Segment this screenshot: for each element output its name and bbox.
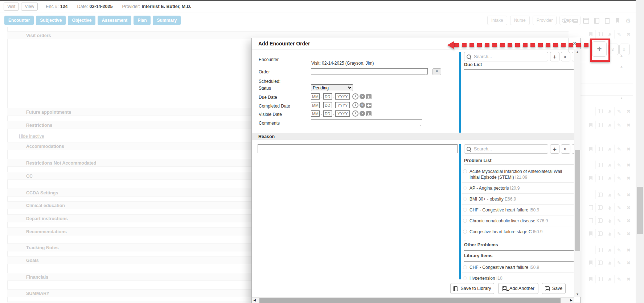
action-icon-button[interactable] bbox=[605, 107, 614, 116]
action-icon-button[interactable] bbox=[586, 229, 595, 238]
action-icon-button[interactable] bbox=[586, 216, 595, 225]
action-icon-button[interactable]: ✎ bbox=[614, 275, 624, 283]
action-icon-button[interactable]: ✖ bbox=[624, 229, 633, 238]
page-scrollbar[interactable] bbox=[636, 0, 644, 303]
due-list-add-button[interactable]: + bbox=[550, 52, 559, 61]
due-date-yyyy-input[interactable] bbox=[335, 93, 350, 100]
action-icon-button[interactable] bbox=[595, 190, 605, 199]
action-icon-button[interactable] bbox=[595, 145, 605, 153]
toolbar-icon-button[interactable] bbox=[562, 17, 568, 24]
list-item[interactable]: Chronic nonalcoholic liver disease K76.9 bbox=[462, 215, 574, 226]
radio-button[interactable] bbox=[463, 208, 467, 212]
action-icon-button[interactable] bbox=[595, 229, 605, 238]
problem-add-button[interactable]: + bbox=[550, 144, 559, 154]
action-icon-button[interactable] bbox=[595, 174, 605, 182]
hide-inactive-link[interactable]: Hide Inactive bbox=[19, 134, 44, 139]
order-resize-handle[interactable] bbox=[425, 72, 428, 74]
action-icon-button[interactable] bbox=[595, 121, 605, 129]
action-icon-button[interactable]: ✖ bbox=[624, 121, 633, 129]
modal-hscroll-thumb[interactable] bbox=[259, 298, 561, 303]
toolbar-icon-button[interactable] bbox=[604, 17, 610, 24]
due-list-expand-button[interactable]: » bbox=[561, 52, 570, 61]
clock-icon[interactable] bbox=[352, 93, 358, 100]
action-icon-button[interactable] bbox=[605, 229, 614, 238]
radio-button[interactable] bbox=[463, 230, 467, 234]
due-date-dd-input[interactable] bbox=[323, 93, 332, 100]
calendar-icon[interactable] bbox=[366, 103, 372, 108]
nav-pill-assessment[interactable]: Assessment bbox=[98, 16, 131, 25]
list-item-clipped[interactable]: Coronary Atherosclerosis of Native Cor bbox=[462, 237, 574, 241]
save-button[interactable]: Save bbox=[542, 283, 566, 294]
action-icon-button[interactable]: ✎ bbox=[614, 229, 624, 238]
action-icon-button[interactable] bbox=[605, 145, 614, 153]
action-icon-button[interactable]: ✖ bbox=[624, 190, 633, 199]
toolbar-icon-button[interactable] bbox=[614, 17, 621, 24]
action-icon-button[interactable]: ✖ bbox=[624, 161, 633, 169]
collapse-caret-icon[interactable]: ▲ bbox=[618, 65, 625, 68]
clock-icon[interactable] bbox=[352, 102, 358, 108]
action-icon-button[interactable]: ✖ bbox=[624, 258, 633, 267]
action-icon-button[interactable] bbox=[605, 275, 614, 283]
action-icon-button[interactable] bbox=[595, 216, 605, 225]
action-icon-button[interactable]: ✎ bbox=[614, 121, 624, 129]
action-icon-button[interactable] bbox=[605, 216, 614, 225]
action-icon-button[interactable]: ✎ bbox=[614, 107, 624, 116]
action-icon-button[interactable] bbox=[605, 246, 614, 254]
action-icon-button[interactable] bbox=[586, 174, 595, 182]
completed-date-dd-input[interactable] bbox=[323, 102, 332, 108]
order-input[interactable] bbox=[311, 68, 428, 74]
scroll-down-icon[interactable]: ▼ bbox=[574, 292, 581, 296]
action-icon-button[interactable] bbox=[605, 190, 614, 199]
comments-input[interactable] bbox=[311, 119, 422, 126]
action-icon-button[interactable] bbox=[595, 107, 605, 116]
due-date-mm-input[interactable] bbox=[311, 93, 320, 100]
action-icon-button[interactable]: ✖ bbox=[624, 145, 633, 153]
radio-button[interactable] bbox=[463, 265, 467, 269]
action-icon-button[interactable]: ✎ bbox=[614, 161, 624, 169]
action-icon-button[interactable]: ✎ bbox=[614, 174, 624, 182]
radio-button[interactable] bbox=[463, 197, 467, 201]
action-icon-button[interactable] bbox=[605, 174, 614, 182]
comments-resize-handle[interactable] bbox=[420, 124, 422, 126]
modal-vertical-scrollbar[interactable]: ▲ ▼ bbox=[574, 49, 581, 297]
toolbar-icon-button[interactable]: ⚙ bbox=[625, 17, 631, 24]
action-icon-button[interactable]: ✖ bbox=[624, 275, 633, 283]
action-icon-button[interactable]: ✎ bbox=[614, 203, 624, 212]
action-icon-button[interactable] bbox=[605, 258, 614, 267]
topbar-tab-visit[interactable]: Visit bbox=[4, 3, 19, 11]
action-icon-button[interactable]: ✖ bbox=[624, 216, 633, 225]
list-item[interactable]: CHF - Congestive heart failure I50.9 bbox=[462, 262, 574, 273]
action-icon-button[interactable] bbox=[586, 145, 595, 153]
topbar-tab-view[interactable]: View bbox=[21, 3, 38, 11]
action-icon-button[interactable]: ✖ bbox=[624, 203, 633, 212]
action-icon-button[interactable] bbox=[586, 121, 595, 129]
radio-button[interactable] bbox=[463, 219, 467, 223]
radio-button[interactable] bbox=[463, 169, 467, 173]
action-icon-button[interactable]: ✎ bbox=[614, 30, 624, 39]
action-icon-button[interactable]: ✎ bbox=[614, 258, 624, 267]
nav-pill-encounter[interactable]: Encounter bbox=[4, 16, 34, 25]
list-item[interactable]: BMI 30+ - obesity E66.9 bbox=[462, 194, 574, 205]
action-icon-button[interactable]: ✖ bbox=[624, 30, 633, 39]
toolbar-icon-button[interactable] bbox=[593, 17, 600, 24]
stage-tab-intake[interactable]: Intake bbox=[487, 16, 507, 25]
visible-date-mm-input[interactable] bbox=[311, 110, 320, 117]
action-icon-button[interactable] bbox=[605, 203, 614, 212]
stage-tab-nurse[interactable]: Nurse bbox=[510, 16, 530, 25]
action-icon-button[interactable]: ✎ bbox=[614, 145, 624, 153]
clock-icon[interactable] bbox=[352, 110, 358, 117]
collapse-caret-icon[interactable]: ▲ bbox=[618, 96, 625, 100]
completed-date-mm-input[interactable] bbox=[311, 102, 320, 108]
action-icon-button[interactable]: ✎ bbox=[614, 190, 624, 199]
clear-icon[interactable]: ✕ bbox=[360, 102, 365, 108]
action-icon-button[interactable]: ✖ bbox=[624, 174, 633, 182]
nav-pill-plan[interactable]: Plan bbox=[134, 16, 151, 25]
status-select[interactable]: Pending bbox=[311, 84, 353, 91]
action-icon-button[interactable] bbox=[595, 275, 605, 283]
list-item[interactable]: AP - Angina pectoris I20.9 bbox=[462, 183, 574, 194]
action-icon-button[interactable] bbox=[586, 203, 595, 212]
modal-vscroll-thumb[interactable] bbox=[575, 150, 580, 251]
action-icon-button[interactable] bbox=[586, 258, 595, 267]
nav-pill-summary[interactable]: Summary bbox=[153, 16, 181, 25]
toolbar-icon-button[interactable] bbox=[583, 17, 589, 24]
